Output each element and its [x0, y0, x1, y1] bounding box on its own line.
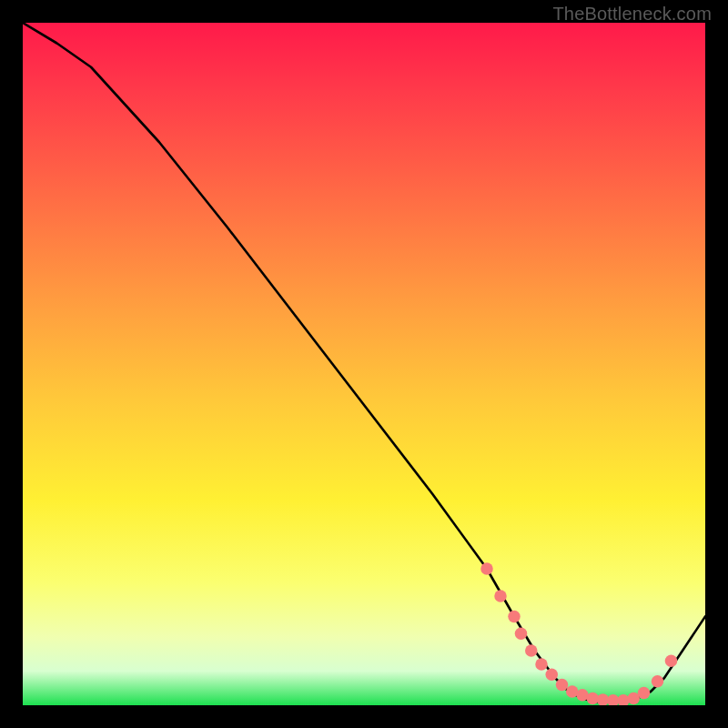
marker-dot	[508, 611, 521, 623]
marker-dot	[652, 675, 664, 688]
marker-dot	[494, 590, 507, 602]
marker-dot	[546, 669, 559, 682]
chart-plot-area	[23, 23, 705, 705]
marker-dot	[665, 655, 678, 668]
marker-dot	[525, 644, 538, 657]
marker-dot	[480, 562, 493, 575]
chart-svg	[23, 23, 705, 705]
marker-dot	[638, 687, 651, 700]
marker-dot	[535, 658, 548, 671]
chart-markers	[480, 562, 677, 705]
marker-dot	[556, 679, 569, 692]
chart-curve	[23, 23, 705, 702]
marker-dot	[515, 628, 528, 641]
watermark-text: TheBottleneck.com	[552, 4, 712, 25]
